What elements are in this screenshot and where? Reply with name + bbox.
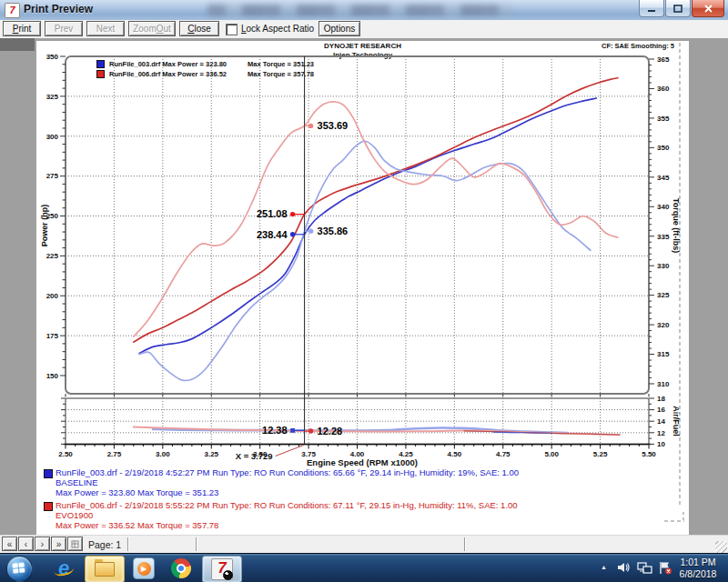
zoom-out-button[interactable]: Zoom Out [128, 21, 176, 36]
start-button[interactable] [6, 556, 33, 582]
hidden-icons-arrow[interactable]: ▲ [601, 564, 607, 570]
legend-label: RunFile_003.drf Max Power = 323.80 [109, 60, 248, 68]
svg-text:4.50: 4.50 [448, 450, 462, 458]
svg-text:Power (hp): Power (hp) [40, 205, 49, 247]
close-window-button[interactable] [692, 0, 724, 17]
taskbar-item-chrome[interactable] [165, 556, 197, 581]
svg-text:238.44: 238.44 [257, 229, 288, 240]
action-center-flag-icon[interactable] [658, 561, 672, 578]
volume-icon[interactable] [617, 561, 631, 577]
clock-time: 1:01 PM [672, 557, 724, 568]
last-page-button[interactable]: » [51, 537, 66, 551]
dynojet-7-icon: 7 [211, 558, 233, 580]
svg-text:225: 225 [46, 252, 59, 260]
run-name: EVO1900 [56, 510, 518, 520]
run-swatch-evo [44, 502, 53, 511]
svg-text:200: 200 [46, 292, 59, 300]
minimize-button[interactable] [639, 0, 664, 17]
print-preview-toolbar: Print Prev Next Zoom Out Close Lock Aspe… [0, 20, 728, 39]
next-page-button[interactable]: Next [86, 21, 125, 36]
svg-text:X = 3.729: X = 3.729 [236, 451, 273, 461]
svg-text:175: 175 [46, 332, 59, 340]
next-page-nav-button[interactable]: › [35, 537, 50, 551]
taskbar-item-dynojet-winpep[interactable]: 7 [202, 556, 242, 582]
print-page: DYNOJET RESEARCH Injen Technology CF: SA… [36, 41, 689, 535]
clock-date: 6/8/2018 [672, 568, 724, 580]
svg-text:340: 340 [657, 203, 670, 211]
prev-page-nav-button[interactable]: ‹ [18, 537, 34, 551]
svg-text:325: 325 [657, 291, 670, 299]
resize-grip[interactable] [715, 541, 727, 553]
svg-text:5.25: 5.25 [593, 450, 608, 458]
taskbar-clock[interactable]: 1:01 PM 6/8/2018 [672, 557, 724, 580]
run-info-line: RunFile_003.drf - 2/19/2018 4:52:27 PM R… [56, 467, 519, 477]
prev-page-button[interactable]: Prev [45, 21, 83, 36]
maximize-icon [673, 5, 682, 13]
svg-text:150: 150 [46, 372, 59, 380]
svg-text:4.75: 4.75 [496, 450, 511, 458]
svg-text:320: 320 [657, 321, 670, 329]
run-max-line: Max Power = 336.52 Max Torque = 357.78 [56, 520, 518, 530]
svg-text:3.00: 3.00 [156, 450, 170, 458]
run-info-line: RunFile_006.drf - 2/19/2018 5:55:22 PM R… [56, 500, 518, 510]
taskbar-item-windows-explorer[interactable] [85, 556, 125, 582]
svg-text:Torque (ft-lbs): Torque (ft-lbs) [672, 198, 681, 253]
svg-text:275: 275 [46, 172, 59, 180]
page-grid-icon [71, 540, 79, 548]
first-page-button[interactable]: « [2, 537, 17, 551]
svg-text:18: 18 [657, 395, 665, 403]
taskbar-item-media-player[interactable]: ▶ [127, 556, 160, 581]
svg-text:330: 330 [657, 262, 670, 270]
preview-workspace: DYNOJET RESEARCH Injen Technology CF: SA… [0, 38, 728, 535]
legend-swatch-baseline [96, 60, 105, 68]
svg-text:355: 355 [657, 115, 670, 123]
page-grid-button[interactable] [67, 537, 83, 551]
svg-text:12.28: 12.28 [318, 426, 343, 436]
svg-text:335.86: 335.86 [318, 226, 349, 236]
folder-icon [95, 562, 115, 577]
svg-text:3.25: 3.25 [204, 450, 218, 458]
svg-text:350: 350 [46, 53, 59, 61]
status-bar: « ‹ › » Page: 1 [0, 535, 728, 554]
svg-text:12: 12 [657, 429, 665, 437]
media-player-icon: ▶ [133, 557, 155, 579]
dyno-chart: 1501752002252502753003253503103153203253… [36, 41, 689, 535]
svg-text:2.75: 2.75 [107, 450, 122, 458]
svg-text:10: 10 [657, 440, 665, 448]
options-button[interactable]: Options [318, 21, 360, 36]
svg-text:365: 365 [657, 55, 670, 64]
run-swatch-baseline [44, 469, 53, 478]
close-preview-button[interactable]: Close [179, 21, 219, 36]
legend-torque-label: Max Torque = 357.78 [248, 70, 314, 78]
lock-aspect-ratio-label: Lock Aspect Ratio [241, 24, 314, 34]
svg-text:335: 335 [657, 233, 670, 241]
svg-text:300: 300 [46, 133, 59, 141]
footer-run-evo: RunFile_006.drf - 2/19/2018 5:55:22 PM R… [44, 500, 518, 530]
svg-text:360: 360 [657, 85, 670, 93]
screen: { "window": { "title": "Print Preview" }… [0, 0, 728, 582]
windows-logo-icon [12, 562, 25, 574]
run-max-line: Max Power = 323.80 Max Torque = 351.23 [56, 487, 519, 497]
print-button[interactable]: Print [3, 21, 41, 36]
redacted-title-text [207, 5, 512, 15]
taskbar-item-internet-explorer[interactable]: e [47, 556, 80, 581]
legend-row-evo: RunFile_006.drf Max Power = 336.52 Max T… [96, 69, 314, 78]
close-icon [704, 5, 713, 13]
maximize-button[interactable] [665, 0, 691, 17]
svg-text:315: 315 [657, 350, 670, 358]
svg-text:345: 345 [657, 174, 670, 182]
svg-text:5.00: 5.00 [544, 450, 559, 458]
legend-row-baseline: RunFile_003.drf Max Power = 323.80 Max T… [96, 59, 314, 68]
svg-text:251.08: 251.08 [257, 208, 288, 219]
svg-text:325: 325 [46, 93, 59, 101]
svg-text:5.50: 5.50 [642, 450, 656, 458]
svg-text:Engine Speed (RPM x1000): Engine Speed (RPM x1000) [307, 457, 418, 467]
minimize-icon [647, 5, 656, 13]
lock-aspect-ratio-checkbox[interactable] [226, 24, 238, 35]
svg-text:350: 350 [657, 144, 670, 152]
chrome-icon [171, 558, 191, 578]
network-icon[interactable] [637, 561, 652, 577]
legend-swatch-evo [96, 70, 105, 78]
run-name: BASELINE [56, 477, 519, 487]
svg-text:16: 16 [657, 406, 665, 414]
